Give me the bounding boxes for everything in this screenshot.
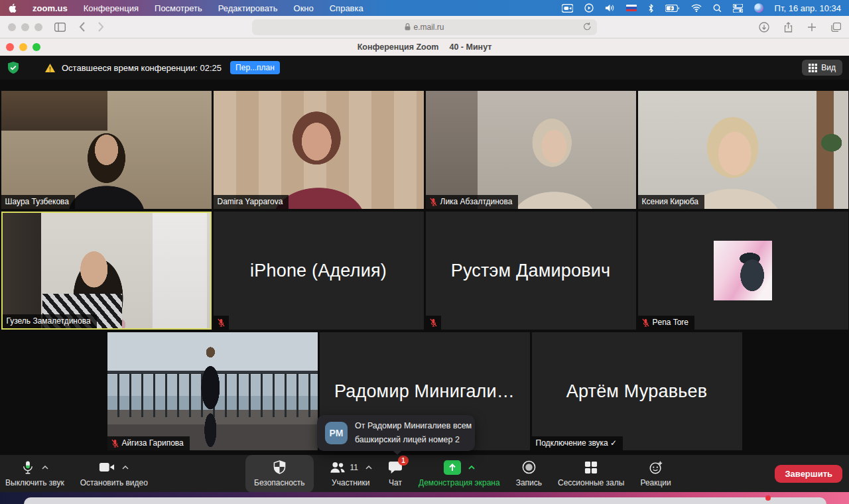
view-button[interactable]: Вид [802,60,842,76]
video-tile-ksenia[interactable]: Ксения Кирюба [638,91,848,209]
video-tile-lika[interactable]: Лика Абзалтдинова [426,91,636,209]
language-flag-icon[interactable] [626,5,637,11]
end-meeting-button[interactable]: Завершить [775,465,842,483]
toolbar-left-group: Выключить звук Остановить видео [5,459,148,487]
participant-name: Шаура Тузбекова [5,197,70,206]
chat-label: Чат [389,478,402,487]
participant-name: iPhone (Аделия) [250,261,387,281]
screen-mirroring-icon[interactable] [584,3,594,13]
forward-icon[interactable] [98,22,104,32]
volume-icon[interactable] [605,4,615,12]
menu-conference[interactable]: Конференция [84,3,139,13]
chat-message-body: башкирский лицей номер 2 [355,433,472,447]
security-button[interactable]: Безопасность [245,455,314,493]
participants-button[interactable]: 11 Участники [330,459,372,487]
mute-button-label: Выключить звук [5,478,64,487]
control-center-icon[interactable] [733,4,743,13]
grid-view-icon [809,64,817,72]
safari-close-button[interactable] [8,23,16,31]
window-title-suffix: 40 - Минут [449,42,491,52]
siri-icon[interactable] [754,3,763,13]
mute-button[interactable]: Выключить звук [5,459,64,487]
address-bar[interactable]: e.mail.ru [252,19,597,35]
video-tile-damira[interactable]: Damira Yapparova [214,91,424,209]
video-row-2: Гузель Замалетдинова iPhone (Аделия) Рус… [0,212,849,330]
participant-name-label: Ксения Кирюба [638,195,704,209]
chat-button[interactable]: 1 Чат [388,459,403,487]
encryption-shield-icon[interactable] [7,61,20,74]
participant-name: Гузель Замалетдинова [7,316,91,326]
background-window-edge[interactable] [24,497,826,504]
breakout-rooms-button[interactable]: Сессионные залы [558,459,624,487]
participant-avatar-photo [714,241,772,300]
share-icon[interactable] [784,22,793,32]
share-screen-button[interactable]: Демонстрация экрана [419,459,500,487]
reload-icon[interactable] [583,22,592,31]
chat-notification-popup[interactable]: PM От Радомир Минигалиев всем башкирский… [317,415,475,451]
participants-options-chevron[interactable] [365,466,372,470]
menubar-app-name[interactable]: zoom.us [33,3,68,13]
time-remaining-text: Оставшееся время конференции: 02:25 [62,63,222,73]
mute-options-chevron[interactable] [42,466,48,470]
menubar-left: zoom.us Конференция Посмотреть Редактиро… [8,3,363,13]
joining-audio-status-label: Подключение звука ✓ [532,436,623,450]
muted-mic-icon [111,439,119,448]
record-label: Запись [516,478,542,487]
bluetooth-icon[interactable] [648,4,654,13]
menubar-clock[interactable]: Пт, 16 апр. 10:34 [775,3,841,13]
record-button[interactable]: Запись [516,459,542,487]
chat-unread-badge: 1 [398,456,409,466]
upgrade-plan-button[interactable]: Пер...план [230,61,280,74]
reactions-label: Реакции [640,478,671,487]
video-camera-icon [99,462,115,473]
muted-mic-icon [430,198,437,206]
apple-logo-icon[interactable] [8,3,17,13]
participants-count: 11 [350,463,358,472]
video-tile-iphone-adelia[interactable]: iPhone (Аделия) [214,212,424,330]
muted-mic-icon [642,318,649,327]
menu-view[interactable]: Посмотреть [155,3,202,13]
zoom-camera-status-icon[interactable] [562,4,573,13]
safari-minimize-button[interactable] [21,23,29,31]
back-icon[interactable] [79,22,85,32]
menu-window[interactable]: Окно [294,3,314,13]
reactions-smiley-icon [649,460,663,475]
record-icon [522,460,536,474]
notification-dot [765,495,771,501]
status-text: Подключение звука ✓ [536,438,618,448]
meeting-info-bar: Оставшееся время конференции: 02:25 Пер.… [0,56,849,80]
downloads-icon[interactable] [759,22,769,32]
participants-icon [330,461,346,473]
battery-icon[interactable] [665,5,680,12]
video-tile-shaura[interactable]: Шаура Тузбекова [1,91,212,209]
video-row-1: Шаура Тузбекова Damira Yapparova Лика Аб… [0,91,849,209]
window-title-main: Конференция Zoom [358,42,439,52]
video-tile-aygiza[interactable]: Айгиза Гарипова [107,332,318,450]
video-tile-guzel-active-speaker[interactable]: Гузель Замалетдинова [1,212,212,330]
menu-edit[interactable]: Редактировать [218,3,278,13]
video-tile-pena[interactable]: Pena Tore [638,212,848,330]
video-options-chevron[interactable] [122,466,129,470]
address-url: e.mail.ru [413,23,444,32]
stop-video-button[interactable]: Остановить видео [80,459,148,487]
reactions-button[interactable]: Реакции [640,459,671,487]
wifi-icon[interactable] [691,4,702,12]
spotlight-search-icon[interactable] [713,4,722,13]
sender-avatar: PM [325,422,348,444]
view-button-label: Вид [821,63,836,72]
tab-overview-icon[interactable] [831,23,841,32]
participant-name: Айгиза Гарипова [122,438,184,448]
participant-name: Лика Абзалтдинова [440,197,513,206]
safari-zoom-button[interactable] [34,23,42,31]
video-tile-artem[interactable]: Артём Муравьев Подключение звука ✓ [532,332,742,450]
safari-toolbar-right [759,22,841,32]
share-screen-icon [444,460,461,475]
video-tile-rustem[interactable]: Рустэм Дамирович [426,212,636,330]
muted-mic-icon [214,316,229,330]
new-tab-icon[interactable] [807,23,816,32]
share-options-chevron[interactable] [468,466,475,470]
sidebar-toggle-icon[interactable] [54,23,66,32]
breakout-rooms-icon [584,461,598,474]
menu-help[interactable]: Справка [330,3,363,13]
microphone-icon [21,460,34,475]
